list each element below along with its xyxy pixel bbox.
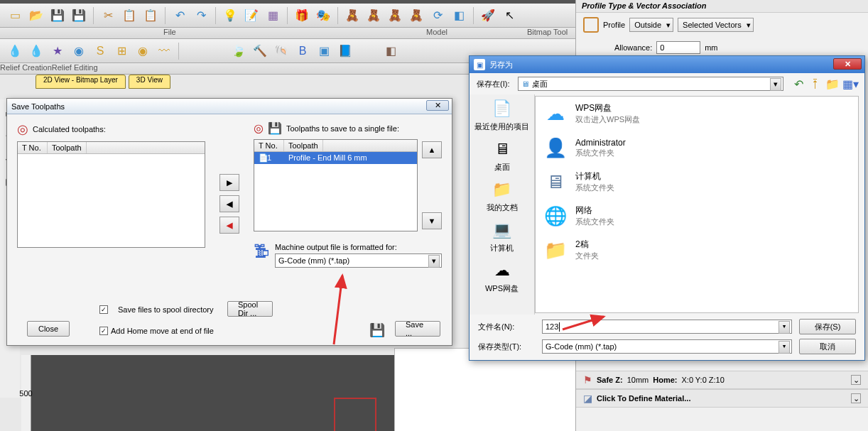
pointer-icon[interactable]: ↖ [500, 6, 519, 25]
selected-rect[interactable] [334, 398, 376, 431]
view-icon[interactable]: ▦▾ [843, 77, 857, 90]
save-as-dialog: ▣ 另存为 ✕ 保存在(I): 🖥 桌面 ↶ ⭱ 📁 ▦▾ 📄最近使用的项目🖥桌… [469, 55, 865, 361]
copy-icon[interactable]: 📋 [120, 6, 139, 25]
face-icon[interactable]: 🎭 [314, 6, 332, 25]
dialog-titlebar[interactable]: Save Toolpaths ✕ [7, 99, 452, 114]
calc-toolpaths-label: Calculated toolpaths: [33, 125, 106, 133]
bear3-icon[interactable]: 🧸 [386, 6, 404, 25]
move-left-button[interactable]: ◀ [219, 195, 239, 212]
vector-select-dropdown[interactable]: Selected Vectors [678, 18, 754, 32]
file-item[interactable]: 🖥计算机系统文件夹 [536, 165, 858, 199]
save-icon[interactable]: 💾 [48, 6, 67, 25]
up-icon[interactable]: ⭱ [809, 77, 822, 90]
dialog-title: Save Toolpaths [11, 102, 65, 111]
safez-value: 10mm [627, 376, 649, 384]
save-button[interactable]: Save ... [395, 321, 440, 337]
undo-icon[interactable]: ↶ [170, 6, 189, 25]
format-dropdown[interactable]: G-Code (mm) (*.tap) [275, 253, 442, 268]
gift-icon[interactable]: 🎁 [293, 6, 311, 25]
cut-icon[interactable]: ✂ [99, 6, 117, 25]
shell-icon[interactable]: 🐚 [272, 42, 291, 60]
lamp-icon[interactable]: 💡 [221, 6, 239, 25]
file-list[interactable]: ☁WPS网盘双击进入WPS网盘👤Administrator系统文件夹🖥计算机系统… [535, 96, 859, 313]
spool-checkbox[interactable]: ✓ [99, 305, 108, 314]
place-item[interactable]: 📄最近使用的项目 [474, 97, 529, 132]
coin-icon[interactable]: ◉ [134, 42, 152, 60]
toolpath-row[interactable]: 📄 1 Profile - End Mill 6 mm [254, 152, 417, 164]
allowance-input[interactable] [656, 41, 700, 54]
notes-icon[interactable]: 📝 [242, 6, 261, 25]
bear4-icon[interactable]: 🧸 [407, 6, 425, 25]
cancel-button[interactable]: 取消 [799, 339, 856, 354]
save-in-label: 保存在(I): [477, 79, 509, 89]
s-icon[interactable]: S [91, 42, 109, 60]
filetype-dropdown[interactable]: G-Code (mm) (*.tap) [542, 339, 792, 354]
places-bar: 📄最近使用的项目🖥桌面📁我的文档💻计算机☁WPS网盘 [470, 94, 535, 315]
material-row[interactable]: ◪ Click To Define Material... ⌄ [576, 389, 868, 408]
file-item[interactable]: ☁WPS网盘双击进入WPS网盘 [536, 97, 858, 131]
place-item[interactable]: 💻计算机 [490, 219, 514, 253]
save-toolpaths-list[interactable]: T No.Toolpath 📄 1 Profile - End Mill 6 m… [254, 139, 418, 231]
close-button[interactable]: Close [27, 321, 70, 337]
calc-toolpaths-list[interactable]: T No.Toolpath [17, 141, 205, 248]
dome-icon[interactable]: ◉ [70, 42, 88, 60]
place-item[interactable]: 📁我的文档 [487, 178, 518, 213]
place-icon: 📁 [491, 178, 514, 201]
move-up-button[interactable]: ▲ [422, 141, 442, 158]
chevron-icon[interactable]: ⌄ [851, 393, 861, 403]
move-right-button[interactable]: ▶ [219, 174, 239, 191]
move-left-red-button[interactable]: ◀ [219, 217, 239, 234]
file-type-icon: 📁 [543, 237, 568, 263]
close-icon[interactable]: ✕ [426, 100, 449, 111]
drop-icon[interactable]: 💧 [6, 42, 24, 60]
file-item[interactable]: 📁2稿文件夹 [536, 233, 858, 267]
book-icon[interactable]: 📘 [336, 42, 354, 60]
safez-row[interactable]: ⚑ Safe Z: 10mm Home: X:0 Y:0 Z:10 ⌄ [576, 371, 868, 389]
back-icon[interactable]: ↶ [792, 77, 805, 90]
file-item[interactable]: 👤Administrator系统文件夹 [536, 131, 858, 165]
lattice-icon[interactable]: ⊞ [112, 42, 131, 60]
file-name: Administrator [575, 138, 626, 148]
hammer-icon[interactable]: 🔨 [251, 42, 269, 60]
move-down-button[interactable]: ▼ [422, 212, 442, 229]
tab-3d-view[interactable]: 3D View [129, 75, 170, 89]
star-icon[interactable]: ★ [48, 42, 67, 60]
table-icon[interactable]: ▦ [264, 6, 282, 25]
file-item[interactable]: 🌐网络系统文件夹 [536, 199, 858, 233]
cube-icon[interactable]: ◧ [450, 6, 468, 25]
redo-icon[interactable]: ↷ [192, 6, 210, 25]
dialog-titlebar[interactable]: ▣ 另存为 ✕ [470, 56, 864, 73]
material-icon: ◪ [583, 393, 592, 404]
tab-2d-view[interactable]: 2D View - Bitmap Layer [36, 75, 126, 89]
profile-side-dropdown[interactable]: Outside [629, 18, 673, 32]
new-folder-icon[interactable]: 📁 [826, 77, 839, 90]
panel-icon[interactable]: ▣ [315, 42, 333, 60]
bear2-icon[interactable]: 🧸 [364, 6, 383, 25]
place-item[interactable]: ☁WPS网盘 [485, 259, 519, 294]
file-name: 网络 [575, 204, 614, 217]
chevron-icon[interactable]: ⌄ [851, 375, 861, 385]
place-item[interactable]: 🖥桌面 [491, 138, 514, 173]
B-icon[interactable]: B [293, 42, 312, 60]
safez-label: Safe Z: [597, 376, 623, 384]
file-type-icon: ☁ [543, 101, 568, 126]
open-icon[interactable]: 📂 [27, 6, 45, 25]
location-dropdown[interactable]: 🖥 桌面 [518, 77, 783, 91]
close-icon[interactable]: ✕ [833, 58, 862, 70]
col-tno: T No. [254, 140, 284, 151]
rocket-icon[interactable]: 🚀 [479, 6, 497, 25]
wave-icon[interactable]: 〰 [155, 42, 173, 60]
spool-dir-button[interactable]: Spool Dir ... [227, 301, 273, 317]
saveall-icon[interactable]: 💾 [70, 6, 88, 25]
row-no: 1 [263, 153, 284, 163]
stack-icon[interactable]: ◧ [381, 42, 400, 60]
new-icon[interactable]: ▭ [6, 6, 24, 25]
paste-icon[interactable]: 📋 [141, 6, 160, 25]
home-checkbox[interactable]: ✓ [99, 327, 108, 335]
save-button[interactable]: 保存(S) [799, 319, 856, 334]
bear-icon[interactable]: 🧸 [343, 6, 362, 25]
drop2-icon[interactable]: 💧 [27, 42, 45, 60]
leaf-icon[interactable]: 🍃 [229, 42, 248, 60]
reload-icon[interactable]: ⟳ [428, 6, 447, 25]
filename-input[interactable]: 123 [542, 320, 792, 334]
